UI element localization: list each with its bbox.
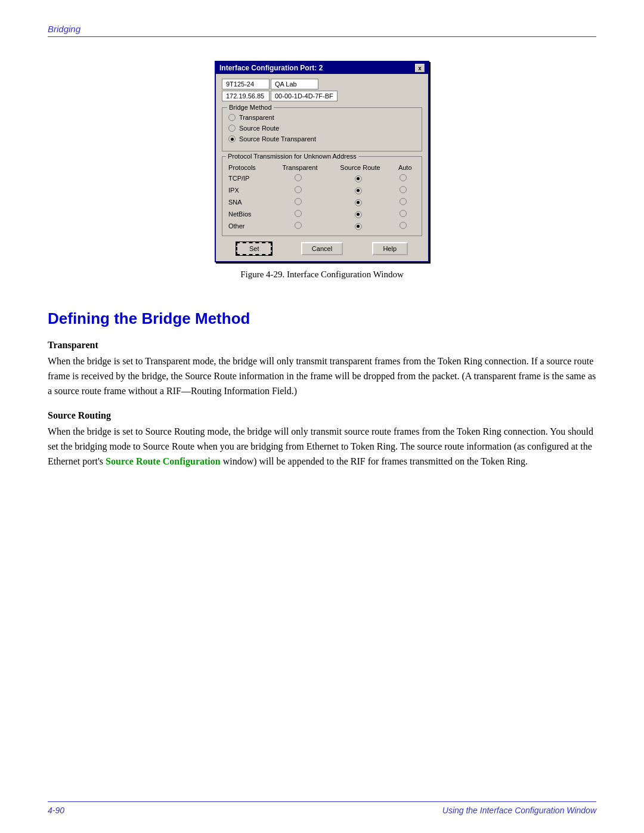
- col-auto: Auto: [392, 163, 418, 172]
- page-header: Bridging: [48, 24, 596, 37]
- other-transparent[interactable]: [272, 220, 329, 232]
- dialog-close-button[interactable]: x: [415, 64, 425, 72]
- source-routing-text-after: window) will be appended to the RIF for …: [221, 456, 528, 466]
- sna-source-route[interactable]: [329, 196, 392, 208]
- table-row: NetBios: [226, 208, 418, 220]
- tcp-source-route[interactable]: [329, 172, 392, 184]
- table-row: SNA: [226, 196, 418, 208]
- figure-caption: Figure 4-29. Interface Configuration Win…: [240, 270, 404, 280]
- subsection-transparent: Transparent When the bridge is set to Tr…: [48, 340, 596, 398]
- subsection-source-routing: Source Routing When the bridge is set to…: [48, 410, 596, 469]
- table-row: TCP/IP: [226, 172, 418, 184]
- ipx-auto[interactable]: [392, 184, 418, 196]
- protocol-group-label: Protocol Transmission for Unknown Addres…: [226, 153, 358, 160]
- other-source-route[interactable]: [329, 220, 392, 232]
- other-auto[interactable]: [392, 220, 418, 232]
- dialog-title: Interface Configuration Port: 2: [219, 64, 323, 72]
- col-protocols: Protocols: [226, 163, 272, 172]
- device-name-cell: 9T125-24: [222, 79, 270, 89]
- netbios-auto[interactable]: [392, 208, 418, 220]
- col-source-route: Source Route: [329, 163, 392, 172]
- header-title: Bridging: [48, 24, 80, 34]
- dialog-info-row2: 172.19.56.85 00-00-1D-4D-7F-BF: [222, 91, 422, 101]
- help-button[interactable]: Help: [372, 242, 408, 255]
- tcp-transparent[interactable]: [272, 172, 329, 184]
- page-container: Bridging Interface Configuration Port: 2…: [0, 0, 644, 833]
- dialog-titlebar: Interface Configuration Port: 2 x: [216, 62, 428, 74]
- netbios-transparent[interactable]: [272, 208, 329, 220]
- dialog-body: 9T125-24 QA Lab 172.19.56.85 00-00-1D-4D…: [216, 74, 428, 261]
- sna-auto[interactable]: [392, 196, 418, 208]
- transparent-radio-row: Transparent: [228, 114, 416, 121]
- page-footer: 4-90 Using the Interface Configuration W…: [48, 801, 596, 815]
- lab-name-cell: QA Lab: [271, 79, 318, 89]
- tcp-auto[interactable]: [392, 172, 418, 184]
- protocol-table: Protocols Transparent Source Route Auto …: [226, 163, 418, 232]
- transparent-label: Transparent: [239, 114, 274, 121]
- protocol-name: NetBios: [226, 208, 272, 220]
- source-route-radio[interactable]: [228, 125, 236, 132]
- table-row: IPX: [226, 184, 418, 196]
- bridge-method-group: Bridge Method Transparent Source Route S…: [222, 107, 422, 151]
- protocol-name: SNA: [226, 196, 272, 208]
- dialog-buttons: Set Cancel Help: [222, 242, 422, 255]
- transparent-subsection-heading: Transparent: [48, 340, 596, 351]
- figure-container: Interface Configuration Port: 2 x 9T125-…: [48, 61, 596, 280]
- set-button[interactable]: Set: [236, 242, 272, 255]
- transparent-body-text: When the bridge is set to Transparent mo…: [48, 354, 596, 398]
- source-route-transparent-radio[interactable]: [228, 135, 236, 143]
- source-route-label: Source Route: [239, 125, 279, 132]
- transparent-radio[interactable]: [228, 114, 236, 121]
- protocol-name: Other: [226, 220, 272, 232]
- protocol-name: TCP/IP: [226, 172, 272, 184]
- source-route-radio-row: Source Route: [228, 125, 416, 132]
- bridge-method-label: Bridge Method: [227, 104, 274, 111]
- source-route-transparent-radio-row: Source Route Transparent: [228, 135, 416, 143]
- ipx-transparent[interactable]: [272, 184, 329, 196]
- source-route-transparent-label: Source Route Transparent: [239, 135, 316, 143]
- protocol-name: IPX: [226, 184, 272, 196]
- section-heading: Defining the Bridge Method: [48, 309, 596, 328]
- table-row: Other: [226, 220, 418, 232]
- source-routing-body-text: When the bridge is set to Source Routing…: [48, 425, 596, 469]
- dialog-box: Interface Configuration Port: 2 x 9T125-…: [215, 61, 429, 262]
- ip-address-cell: 172.19.56.85: [222, 91, 270, 101]
- footer-page-number: 4-90: [48, 806, 64, 815]
- col-transparent: Transparent: [272, 163, 329, 172]
- cancel-button[interactable]: Cancel: [301, 242, 343, 255]
- netbios-source-route[interactable]: [329, 208, 392, 220]
- source-route-configuration-link[interactable]: Source Route Configuration: [106, 456, 221, 466]
- dialog-info-row1: 9T125-24 QA Lab: [222, 79, 422, 89]
- sna-transparent[interactable]: [272, 196, 329, 208]
- protocol-transmission-group: Protocol Transmission for Unknown Addres…: [222, 156, 422, 236]
- ipx-source-route[interactable]: [329, 184, 392, 196]
- source-routing-subsection-heading: Source Routing: [48, 410, 596, 421]
- footer-section-title: Using the Interface Configuration Window: [442, 806, 596, 815]
- mac-address-cell: 00-00-1D-4D-7F-BF: [271, 91, 338, 101]
